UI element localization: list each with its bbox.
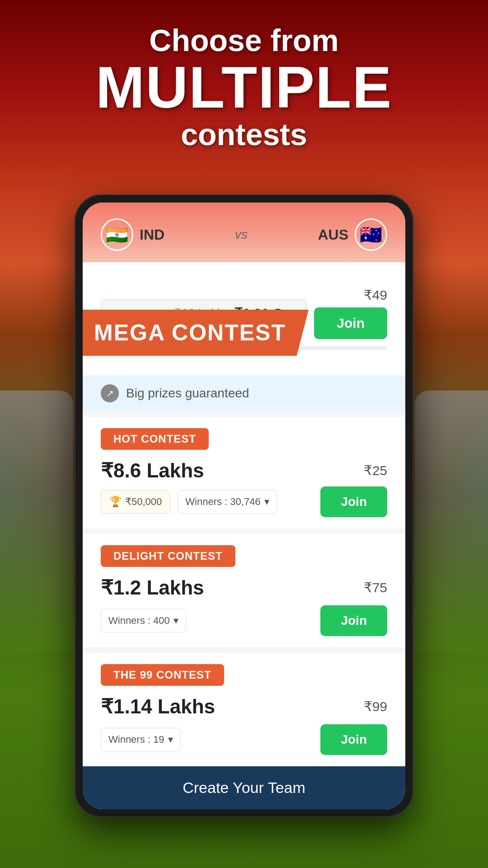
the99-winners-text: Winners : 19	[108, 734, 164, 745]
delight-contest-prize: ₹1.2 Lakhs	[101, 576, 204, 599]
hot-contest-prize: ₹8.6 Lakhs	[101, 459, 204, 482]
header-section: Choose from MULTIPLE contests	[0, 23, 488, 152]
team2-flag: 🇦🇺	[355, 218, 387, 251]
the99-entry-fee: ₹99	[364, 698, 387, 714]
guaranteed-banner: ↗ Big prizes guaranteed	[83, 375, 405, 411]
guaranteed-text: Big prizes guaranteed	[126, 386, 249, 401]
the99-dropdown-arrow: ▾	[168, 734, 173, 745]
hot-contest-row: 🏆 ₹50,000 Winners : 30,746 ▾ Join	[101, 486, 387, 517]
mega-contest-banner: MEGA CONTEST	[83, 310, 309, 356]
hot-contest-tag: HOT CONTEST	[101, 428, 209, 450]
phone-screen: 🇮🇳 IND vs AUS 🇦🇺 MEGA CONTEST	[83, 203, 405, 809]
header-line2: MULTIPLE	[0, 58, 488, 117]
delight-contest-tag: DELIGHT CONTEST	[101, 545, 235, 567]
phone-wrapper: 🇮🇳 IND vs AUS 🇦🇺 MEGA CONTEST	[75, 194, 413, 817]
delight-winners-text: Winners : 400	[108, 615, 170, 627]
match-header: 🇮🇳 IND vs AUS 🇦🇺	[83, 203, 405, 262]
the99-join-button[interactable]: Join	[320, 724, 387, 755]
hot-winners-text: Winners : 30,746	[185, 496, 260, 508]
the99-contest-prize: ₹1.14 Lakhs	[101, 695, 215, 718]
team1-name: IND	[140, 226, 164, 243]
delight-contest-section: DELIGHT CONTEST ₹1.2 Lakhs ₹75 Winners :…	[83, 528, 405, 647]
team2-info: AUS 🇦🇺	[318, 218, 387, 251]
team1-flag: 🇮🇳	[101, 218, 133, 251]
delight-contest-row: Winners : 400 ▾ Join	[101, 605, 387, 636]
crowd-left	[0, 391, 73, 651]
hot-contest-section: HOT CONTEST ₹8.6 Lakhs ₹25 🏆 ₹50,000 Win…	[83, 411, 405, 528]
crowd-right	[415, 391, 488, 651]
bottom-cta: Create Your Team	[83, 766, 405, 809]
hot-winners-dropdown[interactable]: Winners : 30,746 ▾	[178, 490, 277, 514]
trophy-icon: 🏆	[109, 496, 122, 508]
team1-info: 🇮🇳 IND	[101, 218, 164, 251]
hot-dropdown-arrow: ▾	[264, 496, 269, 508]
mega-join-button[interactable]: Join	[314, 307, 387, 339]
header-line3: contests	[0, 117, 488, 152]
create-team-text: Create Your Team	[183, 779, 305, 797]
mega-contest-label: MEGA CONTEST	[94, 320, 286, 345]
delight-join-button[interactable]: Join	[320, 605, 387, 636]
the99-winners-dropdown[interactable]: Winners : 19 ▾	[101, 728, 181, 751]
mega-entry-fee: ₹49	[364, 287, 387, 303]
hot-entry-fee: ₹25	[364, 462, 387, 478]
hot-first-prize: ₹50,000	[125, 496, 162, 508]
delight-dropdown-arrow: ▾	[174, 615, 178, 627]
hot-contest-meta: 🏆 ₹50,000 Winners : 30,746 ▾	[101, 490, 277, 514]
delight-winners-dropdown[interactable]: Winners : 400 ▾	[101, 609, 186, 632]
the99-contest-row: Winners : 19 ▾ Join	[101, 724, 387, 755]
hot-first-badge: 🏆 ₹50,000	[101, 490, 170, 514]
team2-name: AUS	[318, 226, 348, 243]
header-line1: Choose from	[0, 23, 488, 58]
the99-contest-tag: THE 99 CONTEST	[101, 664, 224, 686]
phone-outer: 🇮🇳 IND vs AUS 🇦🇺 MEGA CONTEST	[75, 194, 413, 817]
hot-join-button[interactable]: Join	[320, 486, 387, 517]
the99-contest-section: THE 99 CONTEST ₹1.14 Lakhs ₹99 Winners :…	[83, 647, 405, 766]
vs-text: vs	[235, 227, 248, 242]
delight-entry-fee: ₹75	[364, 580, 387, 595]
guaranteed-icon: ↗	[101, 384, 119, 402]
